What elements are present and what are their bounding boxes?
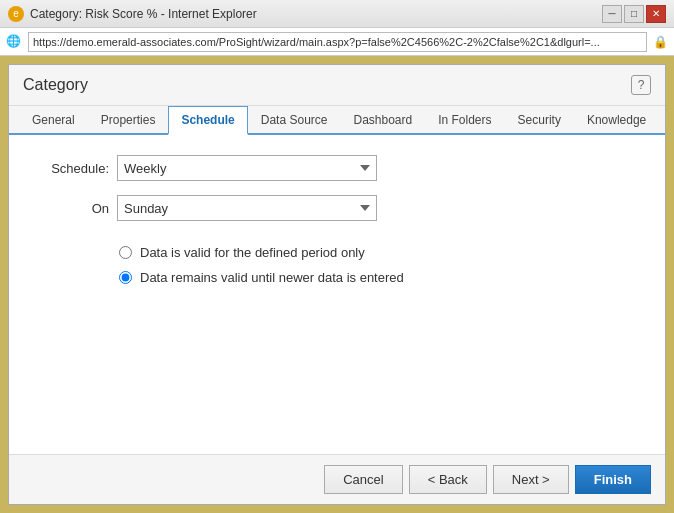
tab-bar: General Properties Schedule Data Source … bbox=[9, 106, 665, 135]
tab-content: Schedule: Weekly Daily Monthly Yearly On… bbox=[9, 135, 665, 454]
dialog: Category ? General Properties Schedule D… bbox=[8, 64, 666, 505]
tab-data-source[interactable]: Data Source bbox=[248, 106, 341, 135]
validity-radio-group: Data is valid for the defined period onl… bbox=[119, 245, 645, 285]
title-bar: e Category: Risk Score % - Internet Expl… bbox=[0, 0, 674, 28]
tab-dashboard[interactable]: Dashboard bbox=[340, 106, 425, 135]
radio-valid-period-label: Data is valid for the defined period onl… bbox=[140, 245, 365, 260]
on-select[interactable]: Sunday Monday Tuesday Wednesday Thursday… bbox=[117, 195, 377, 221]
page-icon: 🌐 bbox=[6, 34, 22, 50]
next-button[interactable]: Next > bbox=[493, 465, 569, 494]
help-button[interactable]: ? bbox=[631, 75, 651, 95]
lock-icon: 🔒 bbox=[653, 35, 668, 49]
title-bar-controls: ─ □ ✕ bbox=[602, 5, 666, 23]
restore-button[interactable]: □ bbox=[624, 5, 644, 23]
tab-general[interactable]: General bbox=[19, 106, 88, 135]
back-button[interactable]: < Back bbox=[409, 465, 487, 494]
dialog-footer: Cancel < Back Next > Finish bbox=[9, 454, 665, 504]
close-button[interactable]: ✕ bbox=[646, 5, 666, 23]
schedule-label: Schedule: bbox=[29, 161, 109, 176]
dialog-wrapper: Category ? General Properties Schedule D… bbox=[0, 56, 674, 513]
radio-valid-until-newer-label: Data remains valid until newer data is e… bbox=[140, 270, 404, 285]
on-row: On Sunday Monday Tuesday Wednesday Thurs… bbox=[29, 195, 645, 221]
minimize-button[interactable]: ─ bbox=[602, 5, 622, 23]
address-input[interactable] bbox=[28, 32, 647, 52]
radio-valid-period[interactable]: Data is valid for the defined period onl… bbox=[119, 245, 645, 260]
radio-valid-period-input[interactable] bbox=[119, 246, 132, 259]
dialog-header: Category ? bbox=[9, 65, 665, 106]
tab-properties[interactable]: Properties bbox=[88, 106, 169, 135]
finish-button[interactable]: Finish bbox=[575, 465, 651, 494]
window-title: Category: Risk Score % - Internet Explor… bbox=[30, 7, 257, 21]
schedule-row: Schedule: Weekly Daily Monthly Yearly bbox=[29, 155, 645, 181]
title-bar-left: e Category: Risk Score % - Internet Expl… bbox=[8, 6, 257, 22]
tab-schedule[interactable]: Schedule bbox=[168, 106, 247, 135]
tab-security[interactable]: Security bbox=[505, 106, 574, 135]
tab-knowledge[interactable]: Knowledge bbox=[574, 106, 659, 135]
on-label: On bbox=[29, 201, 109, 216]
dialog-title: Category bbox=[23, 76, 88, 94]
ie-icon: e bbox=[8, 6, 24, 22]
cancel-button[interactable]: Cancel bbox=[324, 465, 402, 494]
radio-valid-until-newer-input[interactable] bbox=[119, 271, 132, 284]
address-bar: 🌐 🔒 bbox=[0, 28, 674, 56]
tab-in-folders[interactable]: In Folders bbox=[425, 106, 504, 135]
schedule-select[interactable]: Weekly Daily Monthly Yearly bbox=[117, 155, 377, 181]
radio-valid-until-newer[interactable]: Data remains valid until newer data is e… bbox=[119, 270, 645, 285]
